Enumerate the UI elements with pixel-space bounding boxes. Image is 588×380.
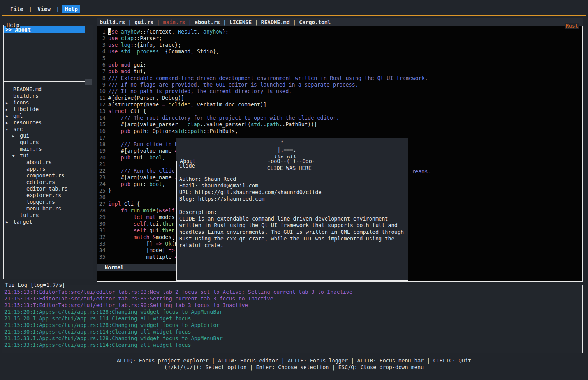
code-line-3[interactable]: 3use log::{info, trace}; bbox=[99, 42, 181, 48]
line-number: 17 bbox=[99, 134, 106, 141]
editor-tab-gui-rs[interactable]: gui.rs bbox=[134, 19, 153, 25]
menu-separator: | bbox=[56, 6, 59, 12]
code-line-11[interactable]: 11#[derive(Parser, Debug)] bbox=[99, 95, 184, 101]
tree-item-icons[interactable]: ▶icons bbox=[4, 99, 92, 106]
tree-item-src[interactable]: ▼src bbox=[4, 126, 92, 133]
menu-item-view[interactable]: View bbox=[35, 5, 53, 13]
tree-item-label: main.rs bbox=[20, 146, 42, 152]
tree-item-qml[interactable]: ▶qml bbox=[4, 113, 92, 119]
tab-separator: | bbox=[252, 19, 261, 25]
code-line-21[interactable]: 21 bbox=[99, 161, 108, 168]
tree-item-explorer-rs[interactable]: explorer.rs bbox=[4, 192, 92, 199]
code-line-16[interactable]: 16 pub path: Option<std::path::PathBuf>, bbox=[99, 128, 238, 134]
tree-item-build-rs[interactable]: build.rs bbox=[4, 93, 92, 99]
about-dialog-body: Clide Author: Shaun Reed Email: shaunrd0… bbox=[179, 163, 404, 249]
chevron-collapsed-icon: ▶ bbox=[6, 106, 13, 113]
editor-tab-license[interactable]: LICENSE bbox=[229, 19, 252, 25]
log-entry-trace: 21:15:13:T:EditorTab:src/tui/editor_tab.… bbox=[4, 295, 352, 302]
editor-tab-main-rs[interactable]: main.rs bbox=[163, 19, 185, 25]
code-line-2[interactable]: 2use clap::Parser; bbox=[99, 35, 162, 42]
code-line-31[interactable]: 31 self.gui.then( bbox=[99, 227, 178, 234]
editor-tab-build-rs[interactable]: build.rs bbox=[100, 19, 125, 25]
line-number: 23 bbox=[99, 174, 106, 181]
line-number: 9 bbox=[99, 81, 106, 88]
tree-item-gui[interactable]: ▶gui bbox=[4, 133, 92, 139]
code-line-17[interactable]: 17 bbox=[99, 134, 108, 141]
code-line-10[interactable]: 10/// If no path is provided, the curren… bbox=[99, 88, 292, 95]
log-entry-info: 21:15:20:I:App:src/tui/app.rs:128:Changi… bbox=[4, 309, 352, 315]
code-line-15[interactable]: 15 #[arg(value_parser = clap::value_pars… bbox=[99, 121, 317, 128]
tree-item-label: editor.rs bbox=[26, 179, 55, 185]
tree-item-menu-bar-rs[interactable]: menu_bar.rs bbox=[4, 205, 92, 212]
code-line-1[interactable]: 1use anyhow::{Context, Result, anyhow}; bbox=[99, 28, 229, 35]
line-number: 6 bbox=[99, 62, 106, 68]
code-line-29[interactable]: 29 let mut modes bbox=[99, 214, 178, 221]
tree-item-component-rs[interactable]: component.rs bbox=[4, 172, 92, 179]
log-panel-title: Tui Log [log=1.7/s] bbox=[4, 282, 66, 288]
menu-item-file[interactable]: File bbox=[8, 5, 26, 13]
clipped-code-tail: reams. bbox=[412, 168, 431, 175]
code-line-35[interactable]: 35 multiple = bbox=[99, 254, 178, 260]
explorer-scrollbar-thumb[interactable] bbox=[85, 79, 92, 85]
tree-item-main-rs[interactable]: main.rs bbox=[4, 146, 92, 152]
line-number: 31 bbox=[99, 227, 106, 234]
tree-item-label: libclide bbox=[13, 106, 39, 112]
code-line-25[interactable]: 25} bbox=[99, 187, 111, 194]
tree-item-logger-rs[interactable]: logger.rs bbox=[4, 199, 92, 205]
tree-item-editor-rs[interactable]: editor.rs bbox=[4, 179, 92, 186]
code-line-18[interactable]: 18 /// Run clide in h bbox=[99, 141, 178, 148]
code-line-26[interactable]: 26 bbox=[99, 194, 108, 201]
line-number: 14 bbox=[99, 115, 106, 121]
code-line-8[interactable]: 8/// Extendable command-line driven deve… bbox=[99, 75, 428, 81]
code-line-28[interactable]: 28 fn run_mode(&self) bbox=[99, 207, 178, 214]
line-number: 1 bbox=[99, 28, 106, 35]
code-line-9[interactable]: 9/// If no flags are provided, the GUI e… bbox=[99, 81, 358, 88]
chevron-collapsed-icon: ▶ bbox=[6, 113, 13, 120]
tree-item-target[interactable]: ▶target bbox=[4, 219, 92, 225]
help-dropdown-title: Help bbox=[6, 22, 20, 28]
statusbar-shortcuts-line1: ALT+Q: Focus project explorer | ALT+W: F… bbox=[0, 357, 588, 364]
tree-item-label: app.rs bbox=[26, 166, 46, 172]
code-line-12[interactable]: 12#[structopt(name = "clide", verbatim_d… bbox=[99, 101, 266, 108]
code-line-24[interactable]: 24 pub gui: bool, bbox=[99, 181, 165, 187]
code-line-5[interactable]: 5 bbox=[99, 55, 108, 62]
statusbar-shortcuts-line2: (↑/k)/(↓/j): Select option | Enter: Choo… bbox=[0, 364, 588, 370]
code-line-33[interactable]: 33 [] => Ok(R bbox=[99, 240, 178, 247]
code-line-7[interactable]: 7pub mod tui; bbox=[99, 68, 146, 75]
line-number: 4 bbox=[99, 48, 106, 55]
code-line-13[interactable]: 13struct Cli { bbox=[99, 108, 146, 115]
editor-tab-about-rs[interactable]: about.rs bbox=[195, 19, 220, 25]
tree-item-readme-md[interactable]: README.md bbox=[4, 86, 92, 93]
tree-item-tui[interactable]: ▼tui bbox=[4, 152, 92, 159]
code-line-6[interactable]: 6pub mod gui; bbox=[99, 62, 146, 68]
tree-item-about-rs[interactable]: about.rs bbox=[4, 159, 92, 166]
code-line-30[interactable]: 30 self.tui.then( bbox=[99, 221, 178, 227]
code-line-23[interactable]: 23 #[arg(value_name = bbox=[99, 174, 178, 181]
log-entry-trace: 21:15:13:T:EditorTab:src/tui/editor_tab.… bbox=[4, 289, 352, 295]
tree-item-resources[interactable]: ▶resources bbox=[4, 119, 92, 126]
line-number: 25 bbox=[99, 187, 106, 194]
tree-item-gui-rs[interactable]: gui.rs bbox=[4, 139, 92, 146]
code-line-14[interactable]: 14 /// The root directory for the projec… bbox=[99, 115, 339, 121]
code-line-34[interactable]: 34 [mode] => bbox=[99, 247, 175, 254]
tree-item-label: build.rs bbox=[13, 93, 39, 99]
tree-item-tui-rs[interactable]: tui.rs bbox=[4, 212, 92, 219]
tree-item-editor-tab-rs[interactable]: editor_tab.rs bbox=[4, 186, 92, 192]
code-line-19[interactable]: 19 #[arg(value_name = bbox=[99, 148, 178, 154]
chevron-expanded-icon: ▼ bbox=[12, 153, 20, 159]
code-line-4[interactable]: 4use std::process::{Command, Stdio}; bbox=[99, 48, 219, 55]
chevron-collapsed-icon: ▶ bbox=[12, 133, 20, 140]
code-line-27[interactable]: 27impl Cli { bbox=[99, 201, 140, 207]
line-number: 5 bbox=[99, 55, 106, 62]
editor-tab-readme-md[interactable]: README.md bbox=[261, 19, 290, 25]
code-line-32[interactable]: 32 match &modes[. bbox=[99, 234, 178, 240]
about-popup: * |.===. {}o o{} About -ooO--(_)--Ooo- C… bbox=[176, 138, 408, 281]
menu-item-help[interactable]: Help bbox=[62, 5, 80, 13]
tree-item-app-rs[interactable]: app.rs bbox=[4, 166, 92, 172]
line-number: 2 bbox=[99, 35, 106, 42]
editor-tab-cargo-toml[interactable]: Cargo.toml bbox=[299, 19, 331, 25]
tree-item-label: resources bbox=[13, 119, 42, 125]
code-line-22[interactable]: 22 /// Run the clide bbox=[99, 168, 178, 174]
code-line-20[interactable]: 20 pub tui: bool, bbox=[99, 154, 165, 161]
tree-item-libclide[interactable]: ▶libclide bbox=[4, 106, 92, 113]
